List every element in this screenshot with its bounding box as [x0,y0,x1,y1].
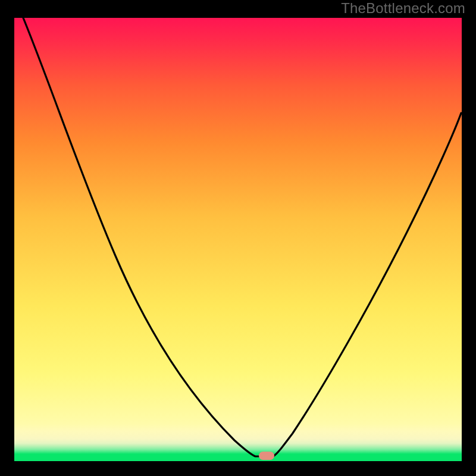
chart-frame: TheBottleneck.com [0,0,476,476]
bottleneck-curve [14,18,462,461]
plot-area [14,18,462,461]
watermark-text: TheBottleneck.com [341,0,465,17]
optimal-point-marker [259,452,274,460]
